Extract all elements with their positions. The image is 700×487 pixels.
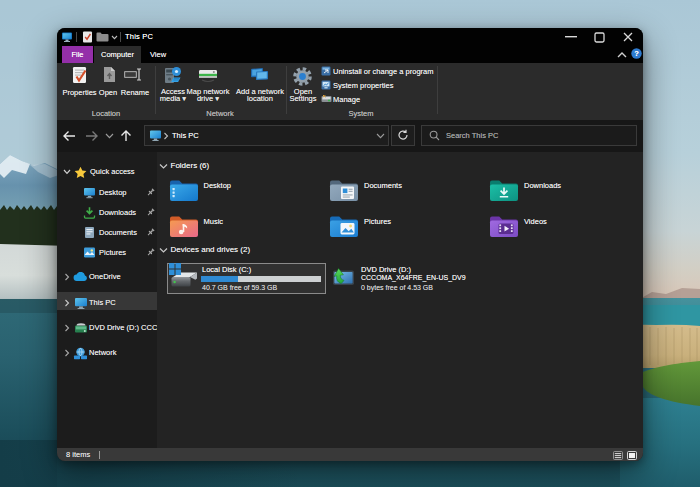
svg-text:?: ? [634,49,639,58]
